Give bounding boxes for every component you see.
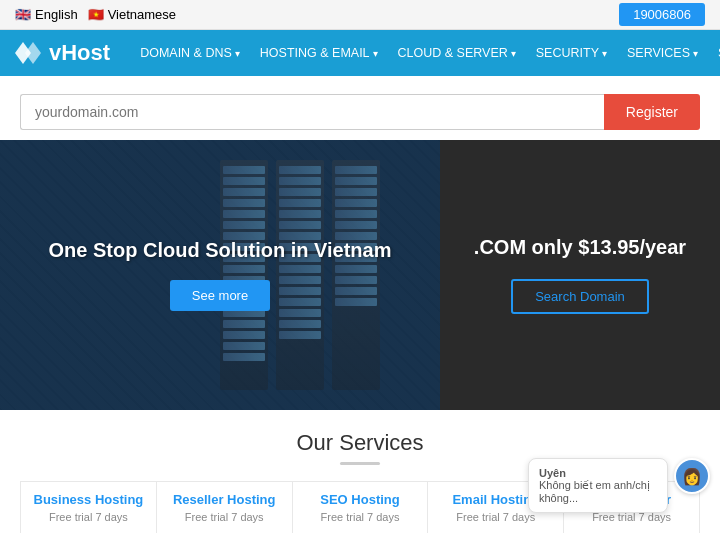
- top-bar: 🇬🇧 English 🇻🇳 Vietnamese 19006806: [0, 0, 720, 30]
- see-more-button[interactable]: See more: [170, 280, 270, 311]
- lang-vietnamese[interactable]: 🇻🇳 Vietnamese: [88, 7, 176, 22]
- chat-bubble-text: Không biết em anh/chị không...: [539, 479, 650, 504]
- language-switcher[interactable]: 🇬🇧 English 🇻🇳 Vietnamese: [15, 7, 176, 22]
- service-name: SEO Hosting: [301, 492, 420, 507]
- services-divider: [340, 462, 380, 465]
- hero-left-title: One Stop Cloud Solution in Vietnam: [49, 239, 392, 262]
- phone-button[interactable]: 19006806: [619, 3, 705, 26]
- service-trial: Free trial 7 days: [29, 511, 148, 523]
- chat-agent-name: Uyên: [539, 467, 566, 479]
- nav-item-cloud[interactable]: CLOUD & SERVER ▾: [388, 32, 526, 74]
- service-trial: Free trial 7 days: [165, 511, 284, 523]
- nav-item-services[interactable]: SERVICES ▾: [617, 32, 708, 74]
- search-section: Register: [0, 76, 720, 140]
- hero-right-title: .COM only $13.95/year: [474, 236, 686, 259]
- hero-left-banner: One Stop Cloud Solution in Vietnam See m…: [0, 140, 440, 410]
- lang-english[interactable]: 🇬🇧 English: [15, 7, 78, 22]
- service-name: Business Hosting: [29, 492, 148, 507]
- chevron-down-icon: ▾: [602, 48, 607, 59]
- service-item-business-hosting[interactable]: Business Hosting Free trial 7 days: [20, 481, 156, 533]
- search-domain-button[interactable]: Search Domain: [511, 279, 649, 314]
- nav-item-ssl[interactable]: SSL ▾: [708, 32, 720, 74]
- chevron-down-icon: ▾: [235, 48, 240, 59]
- chevron-down-icon: ▾: [511, 48, 516, 59]
- server-rack-decoration: [220, 160, 380, 390]
- chevron-down-icon: ▾: [373, 48, 378, 59]
- chat-avatar[interactable]: 👩: [674, 458, 710, 494]
- nav-item-domain[interactable]: DOMAIN & DNS ▾: [130, 32, 250, 74]
- nav-item-security[interactable]: SECURITY ▾: [526, 32, 617, 74]
- service-trial: Free trial 7 days: [301, 511, 420, 523]
- service-name: Reseller Hosting: [165, 492, 284, 507]
- logo-link[interactable]: vHost: [15, 40, 110, 66]
- register-button[interactable]: Register: [604, 94, 700, 130]
- service-item-seo-hosting[interactable]: SEO Hosting Free trial 7 days: [292, 481, 428, 533]
- navbar: vHost DOMAIN & DNS ▾ HOSTING & EMAIL ▾ C…: [0, 30, 720, 76]
- logo-icon: [15, 42, 43, 64]
- svg-marker-1: [25, 42, 41, 64]
- nav-menu: DOMAIN & DNS ▾ HOSTING & EMAIL ▾ CLOUD &…: [130, 32, 720, 74]
- services-title: Our Services: [20, 430, 700, 456]
- hero-right-banner: .COM only $13.95/year Search Domain: [440, 140, 720, 410]
- chat-bubble: Uyên Không biết em anh/chị không...: [528, 458, 668, 513]
- service-item-reseller-hosting[interactable]: Reseller Hosting Free trial 7 days: [156, 481, 292, 533]
- nav-item-hosting[interactable]: HOSTING & EMAIL ▾: [250, 32, 388, 74]
- hero-section: One Stop Cloud Solution in Vietnam See m…: [0, 140, 720, 410]
- chat-widget[interactable]: Uyên Không biết em anh/chị không... 👩: [528, 458, 710, 513]
- domain-search-input[interactable]: [20, 94, 604, 130]
- chevron-down-icon: ▾: [693, 48, 698, 59]
